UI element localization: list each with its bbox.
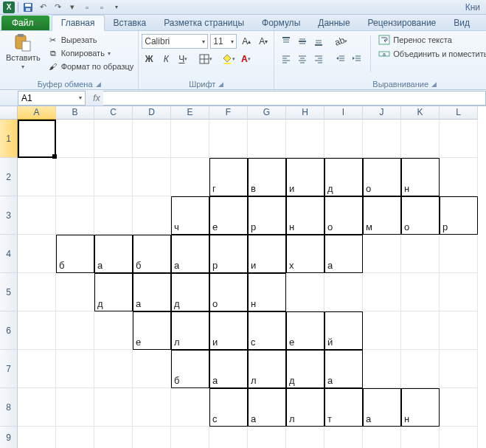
font-color-button[interactable]: A▾ (238, 52, 253, 66)
cell[interactable]: н (401, 388, 440, 427)
col-header[interactable]: I (324, 106, 363, 120)
cell[interactable] (56, 273, 94, 311)
cell[interactable]: а (209, 350, 248, 388)
cell[interactable] (363, 273, 401, 311)
cell[interactable] (440, 120, 478, 158)
dialog-launcher-icon[interactable]: ◢ (218, 80, 223, 88)
cell[interactable]: о (209, 273, 248, 311)
col-header[interactable]: K (401, 106, 440, 120)
row-header[interactable]: 7 (0, 350, 18, 388)
decrease-indent-button[interactable] (333, 52, 348, 66)
tab-view[interactable]: Вид (445, 15, 479, 30)
align-top-button[interactable] (279, 34, 294, 49)
cell[interactable]: р (248, 196, 286, 235)
cell[interactable] (94, 196, 133, 235)
cell[interactable]: д (286, 350, 324, 388)
wrap-text-button[interactable]: Перенос текста (377, 34, 486, 46)
qat-undo-icon[interactable]: ↶ (36, 1, 49, 13)
font-name-combo[interactable]: Calibri▾ (142, 34, 208, 49)
tab-insert[interactable]: Вставка (105, 15, 156, 30)
qat-more-icon[interactable]: ▾ (110, 1, 123, 13)
col-header[interactable]: A (18, 106, 56, 120)
cell[interactable] (94, 158, 133, 196)
cell[interactable] (286, 120, 324, 158)
cell[interactable] (133, 158, 171, 196)
cell[interactable] (18, 350, 56, 388)
cell[interactable] (440, 158, 478, 196)
cell[interactable]: л (286, 388, 324, 427)
cell[interactable] (18, 235, 56, 273)
cell[interactable]: л (171, 311, 209, 350)
borders-button[interactable]: ▾ (198, 52, 213, 66)
col-header[interactable]: B (56, 106, 94, 120)
cell[interactable] (324, 427, 363, 448)
row-header[interactable]: 9 (0, 427, 18, 448)
cell[interactable] (248, 120, 286, 158)
cell[interactable] (18, 388, 56, 427)
cell[interactable] (133, 427, 171, 448)
cell[interactable] (18, 120, 56, 158)
cell[interactable] (133, 388, 171, 427)
formula-input[interactable] (103, 91, 486, 106)
cell[interactable] (440, 273, 478, 311)
bold-button[interactable]: Ж (142, 52, 156, 66)
cell[interactable] (94, 388, 133, 427)
qat-btn-icon[interactable]: ▾ (66, 1, 79, 13)
cell[interactable] (401, 350, 440, 388)
row-header[interactable]: 2 (0, 158, 18, 196)
cell[interactable]: а (363, 388, 401, 427)
cell[interactable]: о (401, 196, 440, 235)
cell[interactable] (18, 196, 56, 235)
col-header[interactable]: L (440, 106, 478, 120)
cell[interactable]: а (324, 350, 363, 388)
cell[interactable] (401, 427, 440, 448)
cell[interactable]: ч (171, 196, 209, 235)
cell[interactable] (363, 350, 401, 388)
cell[interactable]: е (209, 196, 248, 235)
cell[interactable] (286, 427, 324, 448)
align-middle-button[interactable] (295, 34, 310, 49)
cell[interactable]: н (248, 273, 286, 311)
cell[interactable]: г (209, 158, 248, 196)
cell[interactable]: й (324, 311, 363, 350)
cell[interactable]: и (209, 311, 248, 350)
paste-button[interactable]: Вставить ▾ (3, 32, 44, 72)
cell[interactable] (56, 158, 94, 196)
cell[interactable] (133, 120, 171, 158)
row-header[interactable]: 6 (0, 311, 18, 350)
cell[interactable] (171, 120, 209, 158)
increase-indent-button[interactable] (350, 52, 364, 66)
align-center-button[interactable] (295, 52, 310, 66)
cell[interactable]: с (248, 311, 286, 350)
cell[interactable] (401, 273, 440, 311)
cell[interactable]: а (324, 235, 363, 273)
cell[interactable]: м (363, 196, 401, 235)
cell[interactable] (209, 120, 248, 158)
cell[interactable]: л (248, 350, 286, 388)
tab-data[interactable]: Данные (309, 15, 358, 30)
cell[interactable] (440, 427, 478, 448)
worksheet[interactable]: ABCDEFGHIJKL 123456789 гвидончерноморбаб… (0, 106, 486, 448)
dialog-launcher-icon[interactable]: ◢ (431, 80, 437, 88)
cell[interactable]: х (286, 235, 324, 273)
cell[interactable] (18, 311, 56, 350)
fx-icon[interactable]: fx (90, 93, 103, 103)
cell[interactable] (18, 427, 56, 448)
cell[interactable]: е (286, 311, 324, 350)
cell[interactable] (440, 311, 478, 350)
col-header[interactable]: E (171, 106, 209, 120)
cell[interactable]: б (133, 235, 171, 273)
cell[interactable]: б (56, 235, 94, 273)
font-size-combo[interactable]: 11▾ (210, 34, 237, 49)
cell[interactable] (133, 350, 171, 388)
align-right-button[interactable] (311, 52, 326, 66)
tab-review[interactable]: Рецензирование (359, 15, 445, 30)
cell[interactable] (94, 311, 133, 350)
col-header[interactable]: C (94, 106, 133, 120)
merge-center-button[interactable]: aОбъединить и поместить в центре ▾ (377, 48, 486, 60)
cell[interactable] (56, 196, 94, 235)
cut-button[interactable]: ✂Вырезать (46, 34, 136, 46)
col-header[interactable]: J (363, 106, 401, 120)
underline-button[interactable]: Ч▾ (176, 52, 190, 66)
cell[interactable] (133, 196, 171, 235)
